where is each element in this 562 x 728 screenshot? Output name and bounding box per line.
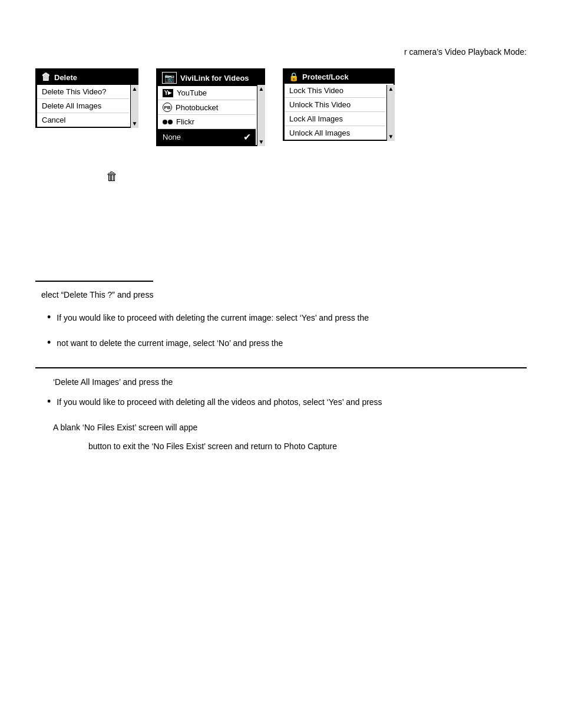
small-trash-icon-area: 🗑 — [106, 170, 527, 183]
vivilink-item-0-label: YouTube — [177, 88, 207, 97]
bullet-dot-1: • — [47, 311, 51, 324]
delete-item-2[interactable]: Cancel — [37, 113, 129, 127]
protect-scrollbar[interactable]: ▲ ▼ — [386, 85, 395, 141]
vivilink-item-1-label: Photobucket — [176, 103, 218, 112]
vivilink-item-0[interactable]: Y▶ YouTube — [158, 86, 256, 100]
vivilink-menu: 📷 ViviLink for Videos Y▶ YouTube PB Phot… — [156, 68, 265, 146]
vivilink-header-icon: 📷 — [162, 72, 177, 84]
elect-label: elect “Delete This ?” and press — [41, 290, 153, 299]
small-trash-icon: 🗑 — [106, 170, 118, 183]
delete-menu-items: Delete This Video? Delete All Images Can… — [37, 85, 137, 127]
protect-item-0-label: Lock This Video — [289, 86, 343, 95]
youtube-icon: Y▶ — [163, 89, 173, 97]
elect-text: elect “Delete This ?” and press — [41, 288, 527, 302]
scroll-up-arrow: ▲ — [132, 86, 138, 92]
delete-header-icon: 🗑 — [41, 72, 51, 83]
exit-label: button to exit the ‘No Files Exist’ scre… — [88, 442, 337, 451]
no-files-section: A blank ‘No Files Exist’ screen will app… — [53, 420, 527, 450]
bullet-item-3: • If you would like to proceed with dele… — [47, 396, 527, 409]
delete-menu-header: 🗑 Delete — [37, 70, 137, 85]
protect-menu: 🔒 Protect/Lock Lock This Video Unlock Th… — [283, 68, 395, 141]
vivi-scroll-down: ▼ — [259, 139, 265, 145]
delete-item-0-label: Delete This Video? — [42, 87, 106, 96]
page-content: r camera’s Video Playback Mode: 🗑 Delete… — [0, 0, 562, 491]
exit-text: button to exit the ‘No Files Exist’ scre… — [88, 442, 527, 451]
delete-item-1-label: Delete All Images — [42, 101, 101, 110]
vivilink-menu-header: 📷 ViviLink for Videos — [157, 70, 264, 86]
protect-menu-header: 🔒 Protect/Lock — [284, 70, 394, 84]
delete-scrollbar[interactable]: ▲ ▼ — [130, 85, 138, 128]
vivilink-menu-items: Y▶ YouTube PB Photobucket Flic — [157, 86, 264, 145]
scroll-down-arrow: ▼ — [132, 121, 138, 127]
bullet-item-2: • not want to delete the current image, … — [47, 337, 527, 350]
vivilink-item-2-label: Flickr — [176, 117, 194, 126]
bullet-item-1: • If you would like to proceed with dele… — [47, 311, 527, 324]
bullet-section-1: • If you would like to proceed with dele… — [47, 311, 527, 350]
delete-menu-title: Delete — [54, 73, 77, 82]
delete-item-0[interactable]: Delete This Video? — [37, 85, 129, 99]
vivilink-menu-title: ViviLink for Videos — [180, 74, 249, 83]
delete-all-label: ‘Delete All Images’ and press the — [53, 377, 173, 387]
vivilink-item-3[interactable]: None ✔ — [158, 129, 256, 145]
protect-item-2[interactable]: Lock All Images — [285, 112, 385, 126]
vivilink-item-2[interactable]: Flickr — [158, 115, 256, 129]
bullet-section-2: • If you would like to proceed with dele… — [47, 396, 527, 409]
protect-menu-items: Lock This Video Unlock This Video Lock A… — [284, 84, 394, 140]
bullet-dot-2: • — [47, 337, 51, 350]
bullet-3-text: If you would like to proceed with deleti… — [57, 396, 382, 409]
delete-item-2-label: Cancel — [42, 116, 65, 124]
lock-header-icon: 🔒 — [289, 72, 299, 81]
protect-menu-title: Protect/Lock — [302, 73, 349, 81]
top-text-label: r camera’s Video Playback Mode: — [404, 47, 527, 57]
protect-item-2-label: Lock All Images — [289, 114, 343, 123]
no-files-text: A blank ‘No Files Exist’ screen will app… — [53, 420, 527, 435]
protect-scroll-up: ▲ — [388, 86, 394, 92]
vivilink-item-3-label: None — [163, 133, 181, 141]
top-text: r camera’s Video Playback Mode: — [35, 47, 527, 57]
protect-item-3-label: Unlock All Images — [289, 129, 350, 137]
vivilink-item-1[interactable]: PB Photobucket — [158, 100, 256, 115]
bullet-dot-3: • — [47, 396, 51, 409]
bullet-1-text: If you would like to proceed with deleti… — [57, 311, 369, 324]
menus-row: 🗑 Delete Delete This Video? Delete All I… — [35, 68, 527, 146]
flickr-icon — [163, 120, 173, 124]
no-files-label: A blank ‘No Files Exist’ screen will app… — [53, 423, 197, 432]
separator-line-1 — [35, 281, 153, 282]
delete-all-section-text: ‘Delete All Images’ and press the — [53, 377, 527, 387]
vivi-scroll-up: ▲ — [259, 86, 265, 92]
bullet-2-text: not want to delete the current image, se… — [57, 337, 283, 350]
vivilink-scrollbar[interactable]: ▲ ▼ — [257, 85, 265, 146]
separator-line-full — [35, 367, 527, 368]
protect-item-1-label: Unlock This Video — [289, 100, 351, 109]
protect-item-0[interactable]: Lock This Video — [285, 84, 385, 98]
delete-item-1[interactable]: Delete All Images — [37, 99, 129, 113]
checkmark-icon: ✔ — [243, 131, 251, 143]
delete-menu: 🗑 Delete Delete This Video? Delete All I… — [35, 68, 138, 128]
photobucket-icon: PB — [163, 103, 172, 112]
protect-item-1[interactable]: Unlock This Video — [285, 98, 385, 112]
protect-item-3[interactable]: Unlock All Images — [285, 126, 385, 140]
protect-scroll-down: ▼ — [388, 134, 394, 140]
